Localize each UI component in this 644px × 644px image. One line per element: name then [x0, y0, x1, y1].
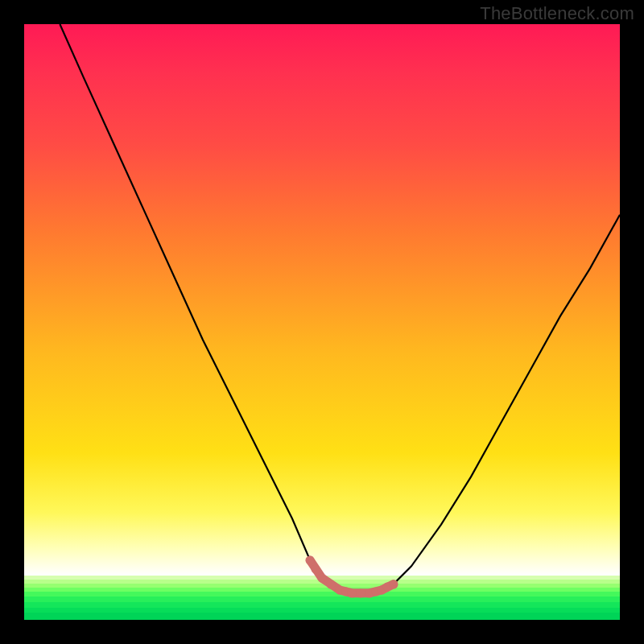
- watermark-text: TheBottleneck.com: [480, 3, 634, 24]
- bottleneck-curve: [60, 24, 620, 593]
- chart-frame: TheBottleneck.com: [0, 0, 644, 644]
- svg-point-1: [312, 565, 320, 574]
- svg-point-2: [318, 574, 327, 583]
- plot-area: [24, 24, 620, 620]
- svg-point-12: [390, 580, 398, 589]
- svg-point-0: [306, 556, 315, 565]
- curve-layer: [24, 24, 620, 620]
- highlight-dots: [306, 556, 398, 598]
- svg-point-3: [327, 580, 336, 589]
- svg-point-6: [348, 589, 357, 598]
- svg-point-7: [357, 589, 365, 598]
